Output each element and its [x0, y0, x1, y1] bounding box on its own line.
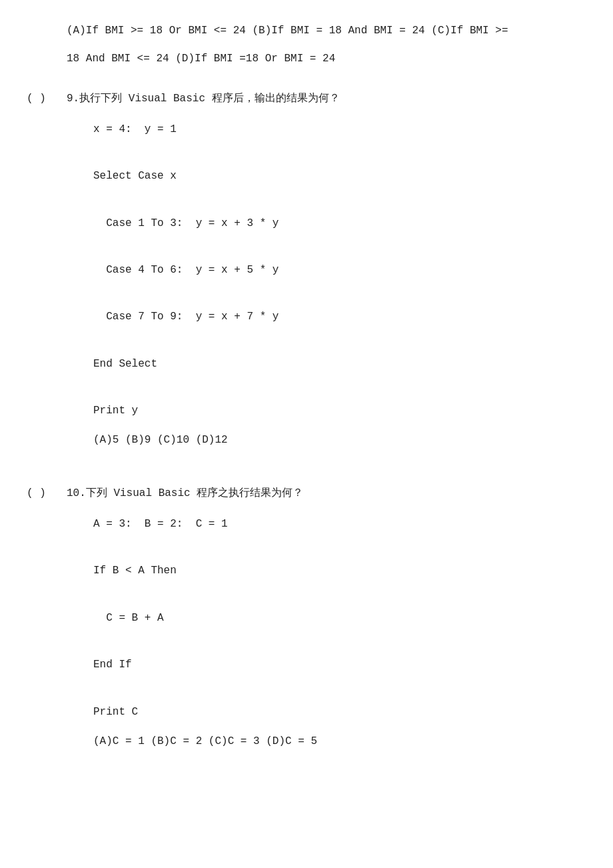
q9-case2: Case 4 To 6: y = x + 5 * y — [93, 259, 586, 282]
intro-text-line2: 18 And BMI <= 24 (D)If BMI =18 Or BMI = … — [67, 53, 335, 65]
question-9: ( ) 9.执行下列 Visual Basic 程序后，输出的结果为何？ x =… — [27, 89, 586, 451]
q10-if: If B < A Then — [93, 559, 586, 583]
q9-code-blank-5 — [93, 329, 586, 352]
q9-code-blank-3 — [93, 235, 586, 259]
question-9-header: ( ) 9.执行下列 Visual Basic 程序后，输出的结果为何？ — [27, 89, 586, 109]
q9-code-blank-4 — [93, 282, 586, 305]
q9-label: 9. — [67, 93, 79, 105]
q9-code-blank-2 — [93, 188, 586, 211]
q9-end-select: End Select — [93, 353, 586, 376]
intro-line1: (A)If BMI >= 18 Or BMI <= 24 (B)If BMI =… — [27, 20, 586, 41]
q10-end-if: End If — [93, 653, 586, 677]
q10-assign: C = B + A — [93, 607, 586, 630]
q10-print: Print C — [93, 701, 586, 724]
question-9-paren: ( ) — [27, 89, 67, 109]
question-10-options: (A)C = 1 (B)C = 2 (C)C = 3 (D)C = 5 — [27, 731, 586, 752]
question-10-header: ( ) 10.下列 Visual Basic 程序之执行结果为何？ — [27, 484, 586, 503]
q10-blank-2 — [93, 583, 586, 607]
q9-print: Print y — [93, 399, 586, 423]
main-content: (A)If BMI >= 18 Or BMI <= 24 (B)If BMI =… — [27, 20, 586, 752]
question-9-code: x = 4: y = 1 Select Case x Case 1 To 3: … — [27, 118, 586, 423]
q9-code-line-1: x = 4: y = 1 — [93, 118, 586, 141]
q10-body: 下列 Visual Basic 程序之执行结果为何？ — [86, 487, 303, 499]
q9-code-blank-6 — [93, 376, 586, 399]
question-10-code: A = 3: B = 2: C = 1 If B < A Then C = B … — [27, 513, 586, 724]
q10-label: 10. — [67, 487, 86, 499]
q10-blank-3 — [93, 630, 586, 653]
q9-code-blank-1 — [93, 141, 586, 165]
q10-blank-4 — [93, 677, 586, 700]
q10-blank-1 — [93, 536, 586, 559]
q9-select-case: Select Case x — [93, 165, 586, 188]
q9-case1: Case 1 To 3: y = x + 3 * y — [93, 212, 586, 235]
question-10-paren: ( ) — [27, 484, 67, 503]
intro-text-line1: (A)If BMI >= 18 Or BMI <= 24 (B)If BMI =… — [67, 25, 508, 37]
question-9-options: (A)5 (B)9 (C)10 (D)12 — [27, 429, 586, 451]
q9-case3: Case 7 To 9: y = x + 7 * y — [93, 305, 586, 329]
question-10: ( ) 10.下列 Visual Basic 程序之执行结果为何？ A = 3:… — [27, 484, 586, 751]
question-9-text: 9.执行下列 Visual Basic 程序后，输出的结果为何？ — [67, 89, 340, 109]
q9-body: 执行下列 Visual Basic 程序后，输出的结果为何？ — [79, 93, 339, 105]
intro-line2: 18 And BMI <= 24 (D)If BMI =18 Or BMI = … — [27, 48, 586, 69]
question-10-text: 10.下列 Visual Basic 程序之执行结果为何？ — [67, 484, 303, 503]
q10-init: A = 3: B = 2: C = 1 — [93, 513, 586, 536]
